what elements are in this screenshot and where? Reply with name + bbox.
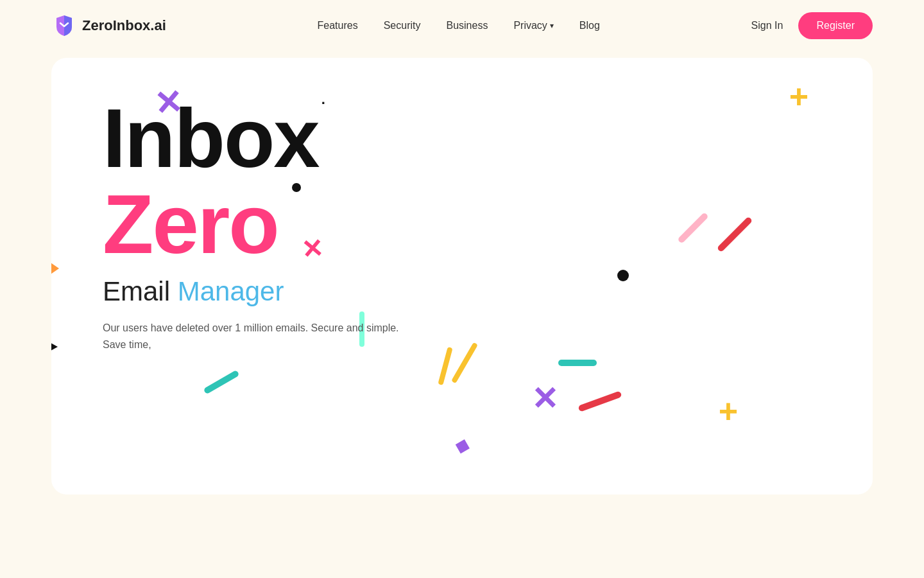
hero-dot: · (321, 95, 324, 111)
decoration-plus-yellow-bottomright: + (719, 392, 738, 430)
logo-icon (51, 13, 77, 39)
register-button[interactable]: Register (798, 12, 873, 39)
hero-title-inbox: Inbox· (103, 96, 821, 180)
nav-item-security[interactable]: Security (384, 20, 421, 31)
nav-links: Features Security Business Privacy ▾ Blo… (318, 20, 600, 31)
decoration-dot-black-left (51, 340, 58, 353)
decoration-line-green-bottomleft (203, 370, 240, 395)
nav-item-business[interactable]: Business (446, 20, 488, 31)
decoration-x-purple-bottomright: ✕ (531, 380, 558, 417)
logo-link[interactable]: ZeroInbox.ai (51, 13, 166, 39)
nav-actions: Sign In Register (751, 12, 873, 39)
nav-item-features[interactable]: Features (318, 20, 358, 31)
sign-in-button[interactable]: Sign In (751, 20, 783, 31)
decoration-line-orange-bottomright (578, 390, 622, 412)
decoration-triangle-orange-left (51, 257, 59, 280)
hero-subtitle: Email Manager (103, 276, 821, 307)
hero-title-zero: Zero (103, 182, 821, 266)
nav-item-blog[interactable]: Blog (579, 20, 600, 31)
hero-subtitle-colored: Manager (178, 276, 284, 306)
decoration-line-green-mid (558, 360, 597, 366)
hero-section: ✕ + ✕ ✕ + ◆ Inbox· Zero Email Manager Ou… (51, 58, 873, 495)
logo-text: ZeroInbox.ai (82, 17, 166, 34)
navbar: ZeroInbox.ai Features Security Business … (0, 0, 924, 51)
hero-description: Our users have deleted over 1 million em… (103, 320, 411, 353)
decoration-shape-purple-bottomcenter: ◆ (453, 434, 472, 458)
hero-text-block: Inbox· Zero Email Manager Our users have… (103, 96, 821, 353)
nav-item-privacy[interactable]: Privacy ▾ (513, 20, 553, 31)
hero-subtitle-plain: Email (103, 276, 178, 306)
chevron-down-icon: ▾ (550, 21, 554, 30)
